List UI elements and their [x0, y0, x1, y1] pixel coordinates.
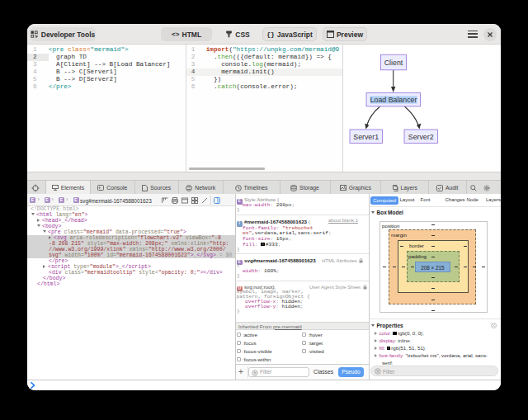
svg-text:Server1: Server1 — [353, 133, 379, 141]
svg-text:Load Balancer: Load Balancer — [370, 96, 417, 104]
svg-text:Client: Client — [384, 59, 403, 67]
svg-text:Server2: Server2 — [408, 133, 434, 141]
